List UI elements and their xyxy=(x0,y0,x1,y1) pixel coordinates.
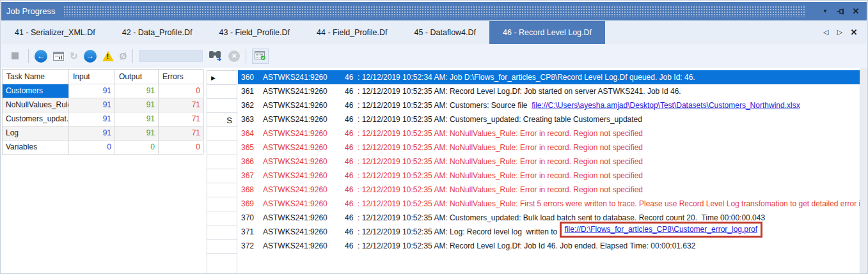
chevron-right-icon: ▷ xyxy=(837,28,842,36)
task-row[interactable]: NoNullValues_Rule919171 xyxy=(3,98,203,112)
task-name-cell: Variables xyxy=(3,141,69,154)
log-row-number: 372 xyxy=(238,239,263,253)
log-row[interactable]: 366ASTWKS241:926046: 12/12/2019 10:52:35… xyxy=(238,155,860,169)
tab-43[interactable]: 43 - Field_Profile.Df xyxy=(206,21,303,44)
log-server: ASTWKS241:9260 xyxy=(263,197,345,211)
column-header-output[interactable]: Output xyxy=(115,70,159,84)
tab-46[interactable]: 46 - Record Level Log.Df xyxy=(489,21,605,44)
task-output-cell: 91 xyxy=(115,126,159,140)
show-warnings-button[interactable]: ! xyxy=(102,51,114,61)
scroll-tabs-left-button[interactable]: ◁ xyxy=(821,27,831,38)
log-row-indicator-column: ▶S xyxy=(207,70,237,273)
task-row[interactable]: Log919171 xyxy=(3,126,203,141)
toolbar-separator xyxy=(28,49,29,63)
log-server: ASTWKS241:9260 xyxy=(263,112,345,126)
log-grid: 360ASTWKS241:926046: 12/12/2019 10:52:34… xyxy=(238,70,860,273)
task-output-cell: 91 xyxy=(115,112,159,126)
log-message-text: : 12/12/2019 10:52:35 AM: NoNullValues_R… xyxy=(358,157,643,166)
close-icon: ✕ xyxy=(851,27,858,37)
log-server: ASTWKS241:9260 xyxy=(263,70,345,84)
log-row[interactable]: 365ASTWKS241:926046: 12/12/2019 10:52:35… xyxy=(238,141,860,155)
task-name-cell: Customers xyxy=(3,84,69,98)
log-row[interactable]: 372ASTWKS241:926046: 12/12/2019 10:52:35… xyxy=(238,239,860,253)
log-message: : 12/12/2019 10:52:35 AM: NoNullValues_R… xyxy=(358,126,860,141)
log-row-indicator-cell xyxy=(207,85,237,99)
tab-44[interactable]: 44 - Field_Profile.Df xyxy=(303,21,400,44)
log-row-indicator-cell xyxy=(207,127,237,141)
title-bar-grip-texture xyxy=(63,6,805,17)
log-row-number: 361 xyxy=(238,84,263,98)
log-row-indicator-cell xyxy=(207,225,237,240)
log-message: : 12/12/2019 10:52:35 AM: NoNullValues_R… xyxy=(358,141,860,155)
log-message-text: : 12/12/2019 10:52:35 AM: NoNullValues_R… xyxy=(358,185,643,194)
file-link[interactable]: file://C:\Users\ayesha.amjad\Desktop\Tes… xyxy=(532,101,800,110)
task-row[interactable]: Variables000 xyxy=(3,141,203,155)
log-row[interactable]: 364ASTWKS241:926046: 12/12/2019 10:52:35… xyxy=(238,126,860,141)
auto-hide-pin-button[interactable] xyxy=(835,6,846,17)
task-errors-cell: 71 xyxy=(159,98,204,112)
log-row[interactable]: 368ASTWKS241:926046: 12/12/2019 10:52:35… xyxy=(238,183,860,197)
log-row[interactable]: 363ASTWKS241:926046: 12/12/2019 10:52:35… xyxy=(238,112,860,126)
log-server: ASTWKS241:9260 xyxy=(263,169,345,183)
tab-45[interactable]: 45 - Dataflow4.Df xyxy=(400,21,489,44)
task-row[interactable]: Customers91910 xyxy=(3,84,203,98)
log-row-number: 369 xyxy=(238,197,263,211)
title-bar: Job Progress ▼ ✕ xyxy=(1,2,867,20)
log-row-indicator-cell: ▶ xyxy=(207,71,237,85)
log-message: : 12/12/2019 10:52:35 AM: NoNullValues_R… xyxy=(358,155,860,169)
job-status-button[interactable] xyxy=(252,49,269,64)
task-row[interactable]: Customers_updat...919171 xyxy=(3,112,203,126)
log-server: ASTWKS241:9260 xyxy=(263,84,345,98)
tab-42[interactable]: 42 - Data_Profile.Df xyxy=(109,21,206,44)
row-marker-label: S xyxy=(226,115,232,125)
find-input[interactable] xyxy=(139,50,203,62)
cancel-find-button[interactable]: ✕ xyxy=(228,50,240,62)
log-server: ASTWKS241:9260 xyxy=(263,183,345,197)
binoculars-find-icon xyxy=(209,50,223,61)
column-header-task-name[interactable]: Task Name xyxy=(3,70,69,84)
log-row[interactable]: 361ASTWKS241:926046: 12/12/2019 10:52:35… xyxy=(238,84,860,98)
log-job-id: 46 xyxy=(345,98,358,112)
vertical-scrollbar[interactable] xyxy=(860,68,867,273)
log-row[interactable]: 360ASTWKS241:926046: 12/12/2019 10:52:34… xyxy=(238,70,860,84)
log-server: ASTWKS241:9260 xyxy=(263,141,345,155)
column-header-errors[interactable]: Errors xyxy=(159,70,204,84)
log-row-indicator-cell xyxy=(207,99,237,113)
task-output-cell: 91 xyxy=(115,84,159,98)
column-header-input[interactable]: Input xyxy=(69,70,115,84)
log-row[interactable]: 362ASTWKS241:926046: 12/12/2019 10:52:35… xyxy=(238,98,860,112)
job-log-report-button[interactable] xyxy=(53,52,64,61)
refresh-button[interactable]: ↻ xyxy=(70,50,78,62)
log-row[interactable]: 370ASTWKS241:926046: 12/12/2019 10:52:35… xyxy=(238,211,860,225)
clear-log-button[interactable]: Ø xyxy=(120,50,127,61)
task-input-cell: 91 xyxy=(69,126,115,140)
task-input-cell: 91 xyxy=(69,112,115,126)
previous-job-button[interactable]: ← xyxy=(35,50,47,63)
log-job-id: 46 xyxy=(345,197,358,211)
task-output-cell: 91 xyxy=(115,98,159,112)
close-window-button[interactable]: ✕ xyxy=(850,6,862,17)
log-report-icon xyxy=(53,52,64,61)
find-button[interactable] xyxy=(209,50,223,61)
window-position-menu-button[interactable]: ▼ xyxy=(819,6,831,17)
log-row-indicator-cell xyxy=(207,141,237,155)
log-job-id: 46 xyxy=(345,112,358,126)
next-job-button[interactable]: → xyxy=(84,50,97,63)
log-message-text: : 12/12/2019 10:52:35 AM: Customers_upda… xyxy=(358,213,765,222)
null-sign-icon: Ø xyxy=(120,50,127,61)
log-row-number: 368 xyxy=(238,183,263,197)
log-row-number: 367 xyxy=(238,169,263,183)
close-tab-button[interactable]: ✕ xyxy=(849,27,859,38)
stop-job-icon[interactable] xyxy=(12,52,19,59)
log-row-number: 363 xyxy=(238,112,263,126)
scroll-tabs-right-button[interactable]: ▷ xyxy=(835,27,845,38)
log-row[interactable]: 369ASTWKS241:926046: 12/12/2019 10:52:35… xyxy=(238,197,860,211)
log-row-number: 364 xyxy=(238,126,263,141)
log-job-id: 46 xyxy=(345,169,358,183)
log-row-indicator-cell: S xyxy=(207,113,237,127)
log-row[interactable]: 371ASTWKS241:926046: 12/12/2019 10:52:35… xyxy=(238,225,860,239)
pin-icon xyxy=(837,8,845,15)
tab-41[interactable]: 41 - Serializer_XML.Df xyxy=(1,21,109,44)
log-row[interactable]: 367ASTWKS241:926046: 12/12/2019 10:52:35… xyxy=(238,169,860,183)
file-link[interactable]: file://D:\Flows_for_articles_CP8\Custome… xyxy=(565,225,757,234)
